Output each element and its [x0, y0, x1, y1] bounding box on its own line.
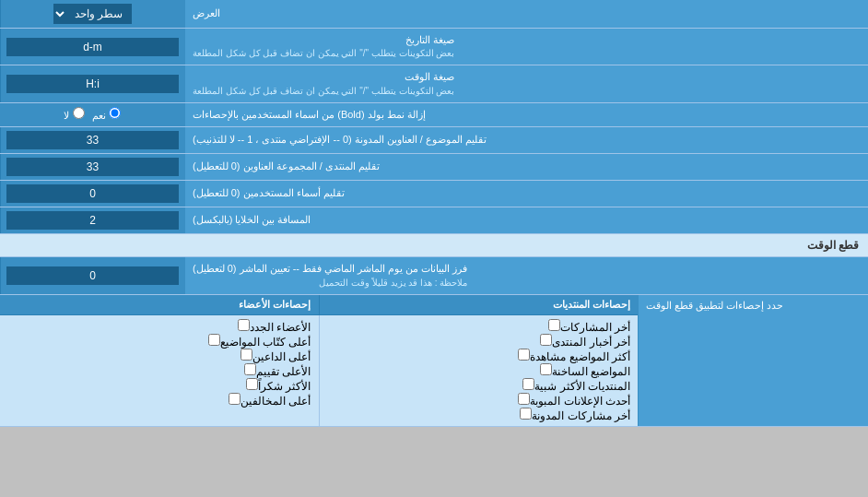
cb-item-8[interactable]: الأعضاء الجدد [7, 319, 311, 334]
cb-item-9[interactable]: أعلى كتّاب المواضيع [7, 334, 311, 349]
cb-7[interactable] [520, 408, 532, 420]
date-format-input-cell[interactable] [0, 29, 184, 65]
cutoff-section-header: قطع الوقت [0, 234, 868, 257]
cb-2[interactable] [540, 334, 552, 346]
cb-item-2[interactable]: أخر أخبار المنتدى [327, 334, 631, 349]
cell-spacing-input[interactable] [6, 211, 179, 230]
checkbox-columns: إحصاءات المنتديات إحصاءات الأعضاء أخر ال… [0, 295, 638, 426]
cb-13[interactable] [229, 393, 240, 405]
cell-spacing-row: المسافة بين الخلايا (بالبكسل) [0, 207, 868, 234]
time-format-input[interactable] [6, 75, 179, 93]
cb-6[interactable] [518, 393, 530, 405]
cb-col1: أخر المشاركات أخر أخبار المنتدى أكثر الم… [319, 315, 639, 426]
cb-item-3[interactable]: أكثر المواضيع مشاهدة [327, 349, 631, 363]
bold-remove-label: إزالة نمط بولد (Bold) من اسماء المستخدمي… [184, 103, 868, 126]
subject-count-input-cell[interactable] [0, 127, 184, 153]
cb-8[interactable] [238, 319, 250, 331]
cb-4[interactable] [540, 363, 552, 375]
cb-item-12[interactable]: الأكثر شكراً [7, 378, 311, 393]
header-label: العرض [184, 0, 868, 28]
forum-headers-label: تقليم المنتدى / المجموعة العناوين (0 للت… [184, 154, 868, 180]
stats-label-cell: حدد إحصاءات لتطبيق قطع الوقت [638, 295, 868, 426]
cb-item-13[interactable]: أعلى المخالفين [7, 393, 311, 408]
cb-item-4[interactable]: المواضيع الساخنة [327, 363, 631, 378]
cb-headers: إحصاءات المنتديات إحصاءات الأعضاء [0, 295, 638, 315]
cb-item-7[interactable]: أخر مشاركات المدونة [327, 408, 631, 422]
forum-headers-input[interactable] [6, 158, 179, 176]
cutoff-row: فرز البيانات من يوم الماشر الماضي فقط --… [0, 257, 868, 294]
cb-5[interactable] [522, 378, 534, 390]
radio-no-label[interactable]: لا [64, 107, 84, 122]
usernames-trim-input[interactable] [6, 184, 179, 203]
cb-item-6[interactable]: أحدث الإعلانات المبوبة [327, 393, 631, 408]
cell-spacing-label: المسافة بين الخلايا (بالبكسل) [184, 207, 868, 233]
radio-yes-label[interactable]: نعم [92, 107, 121, 122]
forum-headers-row: تقليم المنتدى / المجموعة العناوين (0 للت… [0, 154, 868, 181]
bold-remove-row: إزالة نمط بولد (Bold) من اسماء المستخدمي… [0, 103, 868, 127]
cb-1[interactable] [548, 319, 560, 331]
time-format-row: صيغة الوقت بعض التكوينات يتطلب "/" التي … [0, 65, 868, 102]
display-select[interactable]: سطر واحد [53, 4, 132, 24]
date-format-label: صيغة التاريخ بعض التكوينات يتطلب "/" الت… [184, 29, 868, 65]
subject-count-input[interactable] [6, 131, 179, 149]
usernames-trim-label: تقليم أسماء المستخدمين (0 للتعطيل) [184, 181, 868, 207]
cb-12[interactable] [246, 378, 258, 390]
time-format-label: صيغة الوقت بعض التكوينات يتطلب "/" التي … [184, 65, 868, 101]
cb-col1-header: إحصاءات المنتديات [319, 295, 639, 314]
display-dropdown-cell[interactable]: سطر واحد [0, 0, 184, 28]
subject-count-row: تقليم الموضوع / العناوين المدونة (0 -- ا… [0, 127, 868, 154]
cb-10[interactable] [240, 349, 252, 361]
cb-items: أخر المشاركات أخر أخبار المنتدى أكثر الم… [0, 315, 638, 426]
cb-item-5[interactable]: المنتديات الأكثر شبية [327, 378, 631, 393]
forum-headers-input-cell[interactable] [0, 154, 184, 180]
cb-item-10[interactable]: أعلى الداعين [7, 349, 311, 363]
radio-yes[interactable] [109, 107, 121, 119]
cb-item-11[interactable]: الأعلى تقييم [7, 363, 311, 378]
cutoff-input[interactable] [6, 266, 179, 285]
radio-no[interactable] [73, 107, 85, 119]
time-format-input-cell[interactable] [0, 65, 184, 101]
date-format-input[interactable] [6, 38, 179, 56]
cb-11[interactable] [244, 363, 256, 375]
date-format-row: صيغة التاريخ بعض التكوينات يتطلب "/" الت… [0, 29, 868, 65]
usernames-trim-row: تقليم أسماء المستخدمين (0 للتعطيل) [0, 181, 868, 207]
cb-3[interactable] [518, 349, 530, 361]
checkboxes-area: حدد إحصاءات لتطبيق قطع الوقت إحصاءات الم… [0, 295, 868, 427]
cutoff-input-cell[interactable] [0, 257, 184, 293]
cb-item-1[interactable]: أخر المشاركات [327, 319, 631, 334]
cb-9[interactable] [208, 334, 220, 346]
cell-spacing-input-cell[interactable] [0, 207, 184, 233]
bold-remove-radio-cell: نعم لا [0, 103, 184, 126]
usernames-trim-input-cell[interactable] [0, 181, 184, 207]
cb-col2: الأعضاء الجدد أعلى كتّاب المواضيع أعلى ا… [0, 315, 319, 426]
subject-count-label: تقليم الموضوع / العناوين المدونة (0 -- ا… [184, 127, 868, 153]
cutoff-label: فرز البيانات من يوم الماشر الماضي فقط --… [184, 257, 868, 293]
cb-col2-header: إحصاءات الأعضاء [0, 295, 319, 314]
